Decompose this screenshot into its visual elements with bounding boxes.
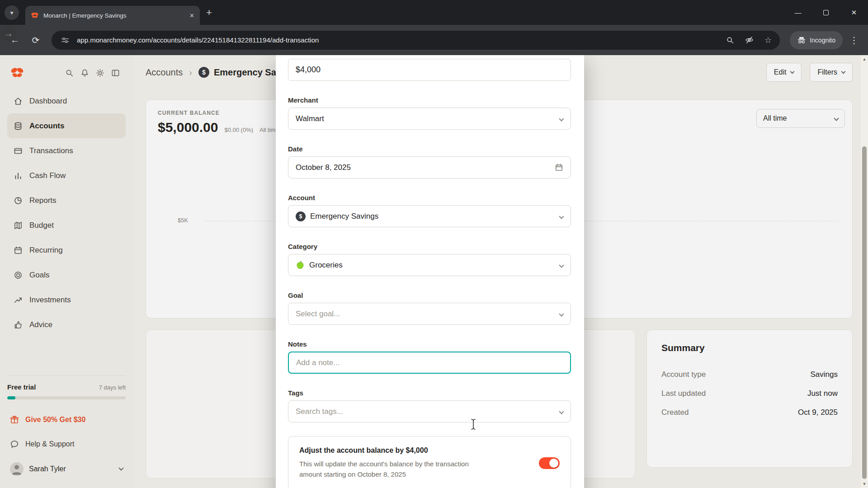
scroll-down-icon[interactable]: ▼ [863, 480, 867, 488]
chevron-down-icon [559, 311, 564, 316]
account-dollar-icon: $ [296, 211, 306, 221]
date-value: October 8, 2025 [296, 163, 351, 172]
tags-label: Tags [288, 389, 571, 397]
category-select[interactable]: Groceries [288, 254, 571, 276]
goal-placeholder: Select goal... [296, 310, 340, 319]
account-value: Emergency Savings [310, 212, 378, 221]
search-page-icon[interactable] [723, 33, 737, 47]
tab-title: Monarch | Emergency Savings [43, 12, 185, 19]
goal-select[interactable]: Select goal... [288, 303, 571, 325]
browser-tab-strip: ▾ Monarch | Emergency Savings ✕ + — ✕ [0, 0, 868, 25]
minimize-button[interactable]: — [784, 0, 812, 25]
site-info-icon[interactable] [58, 33, 72, 47]
goal-label: Goal [288, 291, 571, 299]
monarch-favicon-icon [31, 11, 39, 19]
incognito-icon [797, 36, 806, 45]
chevron-down-icon [559, 116, 564, 121]
url-text[interactable]: app.monarchmoney.com/accounts/details/22… [77, 36, 718, 44]
adjust-balance-description: This will update the account's balance b… [299, 459, 478, 479]
address-bar[interactable]: app.monarchmoney.com/accounts/details/22… [52, 31, 780, 50]
incognito-badge: Incognito [790, 31, 843, 49]
amount-input[interactable] [288, 59, 571, 81]
browser-menu-icon[interactable]: ⋮ [846, 35, 862, 46]
groceries-apple-icon [296, 261, 305, 270]
bookmark-star-icon[interactable]: ☆ [761, 33, 775, 47]
category-value: Groceries [309, 261, 343, 270]
reload-button[interactable]: ⟳ [27, 32, 44, 49]
chevron-down-icon [559, 409, 564, 414]
app-viewport: Dashboard Accounts Transactions Cash Flo… [0, 55, 868, 488]
adjust-balance-section: Adjust the account balance by $4,000 Thi… [288, 436, 571, 488]
incognito-label: Incognito [810, 37, 835, 44]
tags-placeholder: Search tags... [296, 407, 343, 416]
adjust-balance-toggle[interactable] [539, 457, 560, 469]
window-controls: — ✕ [784, 0, 868, 25]
forward-button[interactable]: → [0, 25, 17, 42]
browser-tab[interactable]: Monarch | Emergency Savings ✕ [25, 6, 200, 25]
merchant-label: Merchant [288, 96, 571, 104]
date-input[interactable]: October 8, 2025 [288, 156, 571, 178]
chevron-down-icon [559, 214, 564, 219]
add-transaction-modal: Merchant Walmart Date October 8, 2025 Ac… [276, 55, 584, 488]
page-scrollbar[interactable]: ▲ ▼ [861, 55, 868, 488]
category-label: Category [288, 243, 571, 250]
adjust-balance-title: Adjust the account balance by $4,000 [299, 446, 530, 455]
tab-close-icon[interactable]: ✕ [189, 12, 194, 19]
account-label: Account [288, 194, 571, 202]
merchant-value: Walmart [296, 114, 324, 123]
restore-button[interactable] [812, 0, 840, 25]
browser-toolbar: ← → ⟳ app.monarchmoney.com/accounts/deta… [0, 25, 868, 55]
chevron-down-icon: ▾ [10, 9, 13, 16]
scroll-up-icon[interactable]: ▲ [863, 55, 867, 63]
merchant-select[interactable]: Walmart [288, 108, 571, 130]
notes-input[interactable] [288, 352, 571, 374]
calendar-icon [555, 163, 563, 172]
scrollbar-thumb[interactable] [862, 146, 867, 479]
tab-search-button[interactable]: ▾ [5, 5, 19, 20]
text-cursor-icon [470, 418, 476, 430]
new-tab-button[interactable]: + [206, 7, 212, 19]
chevron-down-icon [559, 263, 564, 267]
date-label: Date [288, 145, 571, 153]
restore-icon [823, 10, 829, 15]
close-button[interactable]: ✕ [840, 0, 868, 25]
tags-select[interactable]: Search tags... [288, 400, 571, 422]
password-eye-off-icon[interactable] [742, 33, 756, 47]
notes-label: Notes [288, 340, 571, 348]
account-select[interactable]: $ Emergency Savings [288, 205, 571, 227]
